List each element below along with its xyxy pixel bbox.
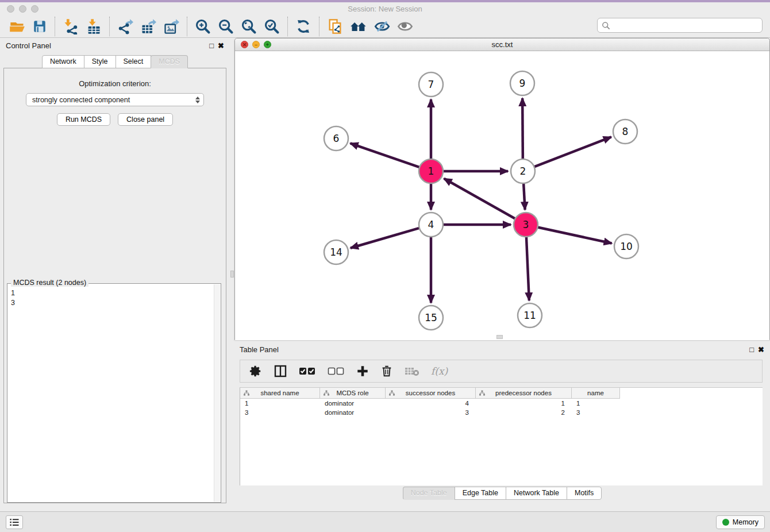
close-panel-button[interactable]: Close panel: [118, 113, 173, 126]
navigator-eye-icon: [397, 18, 413, 34]
tab-select[interactable]: Select: [116, 55, 152, 68]
task-history-button[interactable]: [6, 515, 23, 529]
table-options-button[interactable]: [249, 365, 262, 377]
table-panel-title: Table Panel: [240, 345, 279, 354]
close-view-icon[interactable]: ✕: [241, 41, 248, 48]
export-image-icon: [163, 18, 179, 34]
edge-2-3[interactable]: [523, 183, 525, 210]
select-all-button[interactable]: [299, 366, 316, 376]
deselect-all-icon: [328, 366, 345, 376]
delete-table-button[interactable]: [405, 365, 419, 377]
edge-2-8[interactable]: [534, 137, 611, 167]
toolbar-separator: [287, 17, 288, 36]
graphics-details-icon: [374, 18, 390, 34]
tab-network-table[interactable]: Network Table: [506, 487, 567, 500]
export-network-button[interactable]: [114, 17, 137, 36]
export-table-icon: [140, 18, 156, 34]
edge-1-6[interactable]: [351, 143, 420, 167]
minimize-view-icon[interactable]: –: [252, 41, 260, 48]
zoom-in-button[interactable]: [191, 17, 214, 36]
memory-button[interactable]: Memory: [716, 515, 765, 529]
mcds-result-text[interactable]: 1 3: [7, 285, 214, 502]
app-titlebar: Session: New Session: [0, 2, 770, 15]
refresh-layout-button[interactable]: [292, 17, 315, 36]
open-session-button[interactable]: [6, 17, 29, 36]
memory-label: Memory: [733, 518, 759, 526]
tab-mcds[interactable]: MCDS: [151, 55, 188, 68]
function-builder-button[interactable]: f(x): [431, 365, 448, 377]
open-session-icon: [9, 18, 25, 34]
column-header-successor-nodes[interactable]: successor nodes: [386, 388, 476, 399]
vertical-splitter[interactable]: [230, 38, 234, 511]
import-table-button[interactable]: [82, 17, 105, 36]
zoom-selected-button[interactable]: [260, 17, 283, 36]
select-all-icon: [299, 366, 316, 376]
delete-column-button[interactable]: [380, 365, 393, 377]
edge-3-11[interactable]: [526, 237, 529, 300]
edge-3-10[interactable]: [538, 227, 612, 243]
network-window-titlebar[interactable]: ✕ – + scc.txt: [235, 38, 769, 51]
save-session-button[interactable]: [29, 18, 51, 35]
zoom-selected-icon: [264, 18, 280, 34]
table-row[interactable]: 3dominator323: [240, 408, 763, 417]
node-table[interactable]: shared nameMCDS rolesuccessor nodesprede…: [240, 387, 763, 485]
search-field[interactable]: [597, 18, 763, 33]
table-body: 1dominator4113dominator323: [240, 399, 763, 417]
status-bar: Memory: [0, 511, 770, 532]
tab-node-table[interactable]: Node Table: [403, 487, 455, 500]
tab-motifs[interactable]: Motifs: [567, 487, 602, 500]
mcds-result-scrollbar[interactable]: [214, 284, 220, 502]
main-toolbar: [0, 15, 770, 38]
table-cell: 1: [240, 399, 320, 408]
network-canvas[interactable]: 7968124314101511: [235, 51, 769, 340]
column-header-MCDS-role[interactable]: MCDS role: [320, 388, 386, 399]
table-cell: dominator: [320, 399, 386, 408]
column-header-predecessor-nodes[interactable]: predecessor nodes: [476, 388, 572, 399]
node-label-3: 3: [523, 219, 529, 230]
export-table-button[interactable]: [137, 17, 160, 36]
edge-2-9[interactable]: [522, 98, 523, 159]
import-network-button[interactable]: [59, 17, 82, 36]
network-view-window: ✕ – + scc.txt 7968124314101511: [234, 38, 770, 340]
node-label-8: 8: [622, 126, 629, 137]
column-header-shared-name[interactable]: shared name: [240, 388, 320, 399]
node-label-15: 15: [425, 312, 437, 323]
node-label-14: 14: [330, 246, 342, 258]
table-tabs: Node TableEdge TableNetwork TableMotifs: [234, 487, 770, 500]
export-image-button[interactable]: [160, 17, 183, 36]
tab-edge-table[interactable]: Edge Table: [455, 487, 506, 500]
column-header-name[interactable]: name: [572, 388, 620, 399]
deselect-all-button[interactable]: [328, 366, 345, 376]
zoom-out-button[interactable]: [214, 17, 237, 36]
graphics-details-button[interactable]: [371, 17, 394, 36]
zoom-in-icon: [195, 18, 211, 34]
app-title: Session: New Session: [0, 5, 770, 13]
splitter-grip[interactable]: [230, 271, 234, 277]
search-input[interactable]: [613, 21, 762, 29]
first-neighbors-button[interactable]: [346, 17, 371, 36]
maximize-view-icon[interactable]: +: [264, 41, 271, 48]
tab-style[interactable]: Style: [84, 55, 116, 68]
zoom-fit-button[interactable]: [237, 17, 260, 36]
toolbar-separator: [109, 17, 110, 36]
float-panel-icon[interactable]: □: [209, 41, 214, 50]
node-label-6: 6: [333, 133, 340, 144]
canvas-resize-grip[interactable]: [496, 335, 503, 339]
tab-network[interactable]: Network: [42, 55, 84, 68]
table-row[interactable]: 1dominator411: [240, 399, 763, 408]
float-table-panel-icon[interactable]: □: [749, 345, 754, 354]
navigator-eye-button[interactable]: [394, 17, 417, 36]
add-column-button[interactable]: [356, 365, 369, 377]
first-neighbors-icon: [350, 18, 367, 34]
network-title: scc.txt: [235, 40, 769, 49]
optimization-dropdown[interactable]: strongly connected component: [26, 93, 204, 106]
run-mcds-button[interactable]: Run MCDS: [57, 113, 110, 126]
network-graph[interactable]: 7968124314101511: [235, 51, 769, 340]
duplicate-network-button[interactable]: [324, 17, 346, 36]
edge-3-1[interactable]: [444, 179, 515, 219]
edge-4-14[interactable]: [351, 228, 419, 248]
close-table-panel-icon[interactable]: ✖: [758, 345, 764, 354]
close-panel-icon[interactable]: ✖: [218, 41, 224, 50]
table-options-icon: [249, 365, 262, 377]
column-visibility-button[interactable]: [274, 364, 287, 378]
